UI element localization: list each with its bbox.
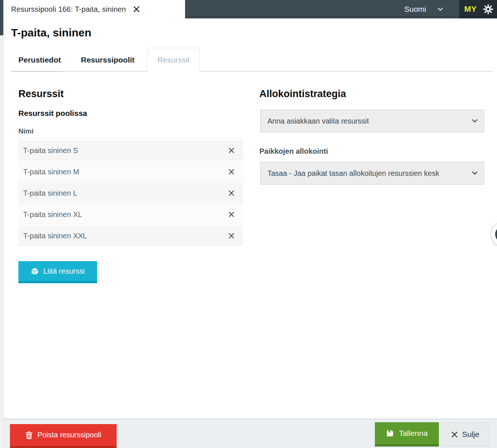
delete-pool-label: Poista resurssipooli (38, 431, 101, 439)
resources-heading: Resurssit (18, 88, 64, 100)
tab-resurssit[interactable]: Resurssit (147, 48, 200, 72)
user-menu-button[interactable]: MY (464, 4, 477, 14)
save-button[interactable]: Tallenna (375, 422, 439, 447)
resource-name: T-paita sininen XL (23, 210, 82, 219)
seat-allocation-value: Tasaa - Jaa paikat tasan allokoitujen re… (267, 169, 439, 178)
language-selector[interactable]: Suomi (404, 0, 443, 18)
resource-pool-dialog: Resurssipooli 166: T-paita, sininen Suom… (0, 0, 497, 448)
settings-button[interactable] (483, 4, 493, 14)
list-item: T-paita sininen XXL (18, 226, 243, 246)
user-panel: MY (459, 0, 497, 18)
attach-resource-button[interactable]: Liitä resurssi (18, 261, 97, 283)
close-dialog-button[interactable]: Sulje (441, 422, 489, 447)
resources-subheading: Resurssit poolissa (18, 109, 87, 118)
name-column-header: Nimi (18, 127, 33, 135)
tab-perustiedot[interactable]: Perustiedot (18, 48, 61, 72)
allocation-strategy-select[interactable]: Anna asiakkaan valita resurssit (260, 110, 484, 132)
save-label: Tallenna (399, 429, 427, 438)
cube-icon (31, 267, 39, 275)
remove-resource-button[interactable] (227, 146, 236, 155)
trash-icon (25, 431, 33, 439)
attach-resource-label: Liitä resurssi (43, 267, 85, 275)
resource-list: T-paita sininen S T-paita sininen M T-pa… (18, 139, 243, 246)
remove-resource-button[interactable] (227, 210, 236, 219)
vertical-scrollbar[interactable] (0, 0, 4, 448)
list-item: T-paita sininen S (18, 141, 243, 160)
close-icon (228, 169, 234, 175)
close-icon (228, 190, 234, 196)
tab-bar: Perustiedot Resurssipoolit Resurssit (0, 48, 497, 72)
allocation-strategy-value: Anna asiakkaan valita resurssit (267, 117, 369, 125)
remove-resource-button[interactable] (227, 231, 236, 240)
language-label: Suomi (404, 5, 426, 14)
list-item: T-paita sininen L (18, 183, 243, 203)
close-icon (451, 431, 458, 438)
scrollbar-thumb[interactable] (0, 0, 3, 35)
chevron-down-icon (472, 119, 478, 123)
seat-allocation-label: Paikkojen allokointi (259, 147, 328, 156)
save-icon (386, 429, 394, 437)
list-item: T-paita sininen M (18, 162, 243, 182)
resource-name: T-paita sininen XXL (23, 232, 87, 240)
resource-name: T-paita sininen M (23, 168, 79, 176)
close-icon (133, 6, 140, 13)
chevron-left-icon (495, 226, 497, 243)
tab-resurssipoolit[interactable]: Resurssipoolit (81, 48, 135, 72)
page-title: T-paita, sininen (11, 26, 91, 39)
close-icon (228, 147, 234, 153)
seat-allocation-select[interactable]: Tasaa - Jaa paikat tasan allokoitujen re… (260, 162, 484, 185)
allocation-heading: Allokointistrategia (259, 88, 346, 100)
chevron-down-icon (472, 171, 478, 175)
close-dialog-label: Sulje (462, 430, 479, 439)
resource-name: T-paita sininen S (23, 146, 78, 155)
window-tab-close-button[interactable] (132, 4, 141, 14)
remove-resource-button[interactable] (227, 189, 236, 198)
remove-resource-button[interactable] (227, 167, 236, 176)
list-item: T-paita sininen XL (18, 205, 243, 224)
resource-name: T-paita sininen L (23, 189, 77, 198)
window-tab[interactable]: Resurssipooli 166: T-paita, sininen (3, 0, 185, 18)
window-tab-title: Resurssipooli 166: T-paita, sininen (11, 5, 126, 14)
chevron-down-icon (437, 7, 443, 11)
top-bar: Resurssipooli 166: T-paita, sininen Suom… (0, 0, 497, 18)
top-bar-bottom-shade (185, 16, 497, 18)
close-icon (228, 211, 234, 217)
dialog-footer: Poista resurssipooli Tallenna Sulje (3, 419, 497, 448)
close-icon (228, 233, 234, 239)
gear-icon (483, 4, 493, 14)
collapse-panel-button[interactable] (491, 222, 497, 246)
delete-pool-button[interactable]: Poista resurssipooli (10, 424, 117, 448)
tab-bar-underline-left (11, 71, 63, 72)
